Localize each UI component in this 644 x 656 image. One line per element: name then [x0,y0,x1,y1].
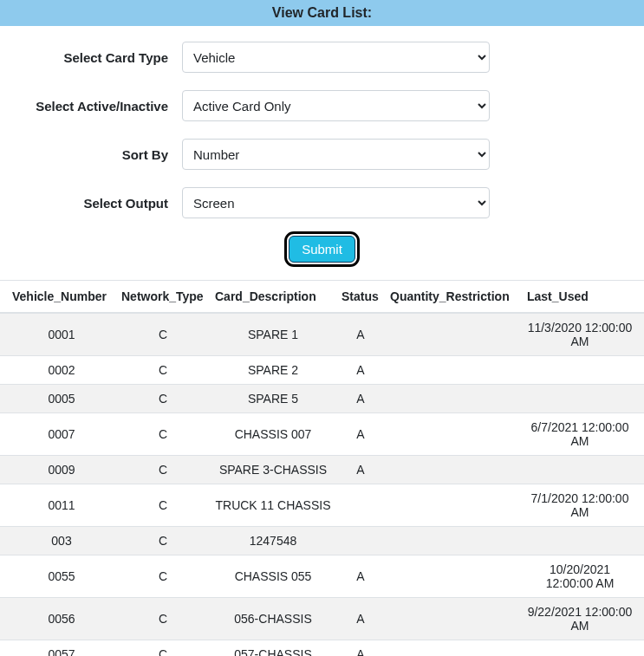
label-active: Select Active/Inactive [26,99,182,114]
cell-card-description: CHASSIS 007 [210,413,336,456]
cell-last-used [522,527,638,555]
cell-status: A [336,356,385,385]
row-card-type: Select Card Type Vehicle [26,42,618,73]
cell-card-description: TRUCK 11 CHASSIS [210,484,336,527]
cell-network-type: C [116,385,210,413]
cell-vehicle-number: 0011 [7,484,116,527]
cell-quantity-restriction [385,640,522,657]
cell-status: A [336,555,385,598]
cell-stub [0,456,7,484]
cell-last-used: 7/1/2020 12:00:00 AM [522,484,638,527]
cell-last-used [522,640,638,657]
table-row[interactable]: 0057C057-CHASSISA [0,640,644,657]
filter-form: Select Card Type Vehicle Select Active/I… [0,26,644,280]
row-active: Select Active/Inactive Active Card Only [26,90,618,121]
table-row[interactable]: 0007CCHASSIS 007A6/7/2021 12:00:00 AM [0,413,644,456]
cell-last-used [522,385,638,413]
cell-end [638,527,644,555]
cell-status: A [336,456,385,484]
cell-status [336,484,385,527]
table-row[interactable]: 0055CCHASSIS 055A10/20/2021 12:00:00 AM [0,555,644,598]
cell-stub [0,313,7,356]
label-card-type: Select Card Type [26,50,182,65]
cell-vehicle-number: 0057 [7,640,116,657]
cell-end [638,456,644,484]
select-sort-by[interactable]: Number [182,139,490,170]
cell-stub [0,356,7,385]
cell-card-description: 1247548 [210,527,336,555]
cell-stub [0,640,7,657]
col-vehicle-number[interactable]: Vehicle_Number [7,281,116,314]
cell-last-used: 10/20/2021 12:00:00 AM [522,555,638,598]
cell-end [638,385,644,413]
table-row[interactable]: 0002CSPARE 2A [0,356,644,385]
cell-network-type: C [116,640,210,657]
cell-vehicle-number: 0007 [7,413,116,456]
cell-network-type: C [116,484,210,527]
cell-vehicle-number: 0005 [7,385,116,413]
cell-end [638,484,644,527]
cell-end [638,555,644,598]
cell-last-used: 11/3/2020 12:00:00 AM [522,313,638,356]
table-row[interactable]: 0011CTRUCK 11 CHASSIS7/1/2020 12:00:00 A… [0,484,644,527]
cell-card-description: SPARE 2 [210,356,336,385]
col-status[interactable]: Status [336,281,385,314]
cell-stub [0,413,7,456]
cell-stub [0,484,7,527]
cell-last-used: 6/7/2021 12:00:00 AM [522,413,638,456]
table-row[interactable]: 003C1247548 [0,527,644,555]
cell-stub [0,527,7,555]
cell-last-used [522,356,638,385]
select-active[interactable]: Active Card Only [182,90,490,121]
col-card-description[interactable]: Card_Description [210,281,336,314]
cell-stub [0,385,7,413]
cell-quantity-restriction [385,385,522,413]
cell-end [638,413,644,456]
table-row[interactable]: 0056C056-CHASSISA9/22/2021 12:00:00 AM [0,598,644,640]
cell-card-description: SPARE 1 [210,313,336,356]
table-header-row: Vehicle_Number Network_Type Card_Descrip… [0,281,644,314]
table-row[interactable]: 0001CSPARE 1A11/3/2020 12:00:00 AM [0,313,644,356]
cell-stub [0,598,7,640]
cell-quantity-restriction [385,356,522,385]
cell-quantity-restriction [385,413,522,456]
cell-quantity-restriction [385,456,522,484]
cell-status: A [336,598,385,640]
table-row[interactable]: 0005CSPARE 5A [0,385,644,413]
cell-status: A [336,413,385,456]
select-card-type[interactable]: Vehicle [182,42,490,73]
cell-vehicle-number: 0001 [7,313,116,356]
cell-card-description: CHASSIS 055 [210,555,336,598]
select-output[interactable]: Screen [182,187,490,218]
cell-end [638,598,644,640]
col-last-used[interactable]: Last_Used [522,281,638,314]
col-network-type[interactable]: Network_Type [116,281,210,314]
submit-button[interactable]: Submit [289,236,355,263]
col-quantity-restriction[interactable]: Quantity_Restriction [385,281,522,314]
row-sort-by: Sort By Number [26,139,618,170]
cell-end [638,640,644,657]
cell-card-description: SPARE 3-CHASSIS [210,456,336,484]
cell-last-used [522,456,638,484]
cell-quantity-restriction [385,313,522,356]
results-table-wrap: Vehicle_Number Network_Type Card_Descrip… [0,280,644,656]
cell-stub [0,555,7,598]
results-table: Vehicle_Number Network_Type Card_Descrip… [0,280,644,656]
cell-end [638,313,644,356]
cell-vehicle-number: 0056 [7,598,116,640]
cell-network-type: C [116,413,210,456]
cell-card-description: SPARE 5 [210,385,336,413]
cell-vehicle-number: 0009 [7,456,116,484]
cell-network-type: C [116,356,210,385]
cell-quantity-restriction [385,555,522,598]
cell-network-type: C [116,598,210,640]
table-row[interactable]: 0009CSPARE 3-CHASSISA [0,456,644,484]
cell-card-description: 057-CHASSIS [210,640,336,657]
cell-card-description: 056-CHASSIS [210,598,336,640]
cell-status: A [336,313,385,356]
page-title-bar: View Card List: [0,0,644,26]
cell-quantity-restriction [385,598,522,640]
page-title: View Card List: [272,5,372,20]
cell-status: A [336,640,385,657]
cell-status [336,527,385,555]
